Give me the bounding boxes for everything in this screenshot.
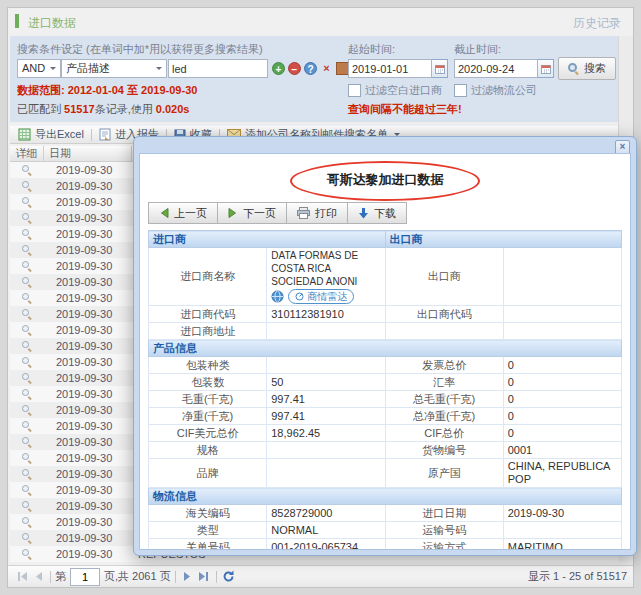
refresh-icon[interactable] [221, 569, 237, 585]
row-detail-cell[interactable] [10, 274, 44, 290]
printer-icon [297, 207, 310, 219]
magnifier-icon[interactable] [22, 213, 32, 223]
magnifier-icon[interactable] [22, 373, 32, 383]
first-page-icon[interactable] [14, 569, 30, 585]
search-button[interactable]: 搜索 [558, 57, 616, 80]
prev-record-button[interactable]: 上一页 [148, 202, 218, 224]
globe-icon[interactable] [271, 290, 284, 303]
row-detail-cell[interactable] [10, 194, 44, 210]
row-detail-cell[interactable] [10, 466, 44, 482]
magnifier-icon[interactable] [22, 549, 32, 559]
business-radar-badge[interactable]: 商情雷达 [288, 289, 354, 304]
importer-name: DATA FORMAS DE COSTA RICA SOCIEDAD ANONI [271, 249, 380, 288]
print-button[interactable]: 打印 [286, 202, 348, 224]
download-button[interactable]: 下载 [347, 202, 407, 224]
row-date: 2019-09-30 [44, 258, 132, 274]
filter-blank-importer-label: 过滤空白进口商 [365, 83, 442, 98]
next-page-icon[interactable] [180, 569, 196, 585]
magnifier-icon[interactable] [22, 405, 32, 415]
end-date-input[interactable] [454, 59, 538, 78]
clear-icon[interactable]: × [320, 62, 333, 75]
magnifier-icon[interactable] [22, 389, 32, 399]
row-detail-cell[interactable] [10, 546, 44, 562]
end-calendar-icon[interactable] [538, 59, 554, 78]
last-page-icon[interactable] [196, 569, 212, 585]
row-detail-cell[interactable] [10, 258, 44, 274]
row-detail-cell[interactable] [10, 402, 44, 418]
row-detail-cell[interactable] [10, 434, 44, 450]
row-date: 2019-09-30 [44, 498, 132, 514]
magnifier-icon[interactable] [22, 309, 32, 319]
help-icon[interactable]: ? [304, 62, 317, 75]
remove-condition-icon[interactable]: − [288, 62, 301, 75]
row-detail-cell[interactable] [10, 306, 44, 322]
detail-row: 海关编码8528729000进口日期2019-09-30 [149, 505, 622, 522]
operator-select[interactable]: AND [17, 59, 61, 78]
page-suffix: 页,共 2061 页 [104, 569, 171, 584]
field-select[interactable]: 产品描述 [61, 59, 167, 78]
row-detail-cell[interactable] [10, 354, 44, 370]
start-date-input[interactable] [348, 59, 432, 78]
row-detail-cell[interactable] [10, 482, 44, 498]
column-header-date[interactable]: 日期 [44, 146, 132, 162]
magnifier-icon[interactable] [22, 293, 32, 303]
page-number-input[interactable] [70, 568, 100, 586]
magnifier-icon[interactable] [22, 277, 32, 287]
magnifier-icon[interactable] [22, 165, 32, 175]
magnifier-icon[interactable] [22, 469, 32, 479]
magnifier-icon[interactable] [22, 341, 32, 351]
magnifier-icon[interactable] [22, 485, 32, 495]
magnifier-icon[interactable] [22, 181, 32, 191]
row-detail-cell[interactable] [10, 370, 44, 386]
row-date: 2019-09-30 [44, 402, 132, 418]
magnifier-icon[interactable] [22, 453, 32, 463]
start-calendar-icon[interactable] [432, 59, 448, 78]
column-header-detail[interactable]: 详细 [10, 146, 44, 162]
row-detail-cell[interactable] [10, 290, 44, 306]
row-detail-cell[interactable] [10, 450, 44, 466]
magnifier-icon[interactable] [22, 533, 32, 543]
keyword-input[interactable] [168, 59, 268, 78]
row-detail-cell[interactable] [10, 162, 44, 178]
magnifier-icon[interactable] [22, 357, 32, 367]
modal-title-area: 哥斯达黎加进口数据 [148, 158, 622, 200]
magnifier-icon[interactable] [22, 421, 32, 431]
prev-page-icon[interactable] [30, 569, 46, 585]
magnifier-icon[interactable] [22, 517, 32, 527]
magnifier-icon[interactable] [22, 245, 32, 255]
search-panel: 搜索条件设定 (在单词中加*用以获得更多搜索结果) AND 产品描述 + − ?… [10, 36, 618, 122]
next-record-button[interactable]: 下一页 [217, 202, 287, 224]
magnifier-icon[interactable] [22, 229, 32, 239]
row-detail-cell[interactable] [10, 386, 44, 402]
row-detail-cell[interactable] [10, 242, 44, 258]
matched-info: 已匹配到 51517条记录,使用 0.020s [17, 102, 189, 117]
filter-blank-importer-checkbox[interactable] [348, 84, 361, 97]
row-detail-cell[interactable] [10, 210, 44, 226]
magnifier-icon[interactable] [22, 261, 32, 271]
row-detail-cell[interactable] [10, 226, 44, 242]
field-value: 0 [503, 357, 621, 374]
row-detail-cell[interactable] [10, 322, 44, 338]
filter-logistics[interactable]: 过滤物流公司 [454, 83, 537, 98]
filter-logistics-checkbox[interactable] [454, 84, 467, 97]
magnifier-icon[interactable] [22, 437, 32, 447]
detail-row: 规格货物编号0001 [149, 442, 622, 459]
export-excel-button[interactable]: 导出Excel [14, 127, 88, 142]
row-detail-cell[interactable] [10, 338, 44, 354]
filter-blank-importer[interactable]: 过滤空白进口商 [348, 83, 442, 98]
field-value: 0 [503, 425, 621, 442]
magnifier-icon[interactable] [22, 325, 32, 335]
row-detail-cell[interactable] [10, 178, 44, 194]
row-detail-cell[interactable] [10, 498, 44, 514]
row-detail-cell[interactable] [10, 530, 44, 546]
excel-icon [18, 128, 31, 141]
row-detail-cell[interactable] [10, 514, 44, 530]
paging-toolbar: 第 页,共 2061 页 显示 1 - 25 of 51517 [8, 565, 633, 587]
history-link[interactable]: 历史记录 [573, 15, 621, 32]
field-label: 进口日期 [385, 505, 503, 522]
magnifier-icon[interactable] [22, 501, 32, 511]
add-condition-icon[interactable]: + [272, 62, 285, 75]
magnifier-icon[interactable] [22, 197, 32, 207]
row-detail-cell[interactable] [10, 418, 44, 434]
blue-down-arrow-icon [358, 208, 369, 219]
